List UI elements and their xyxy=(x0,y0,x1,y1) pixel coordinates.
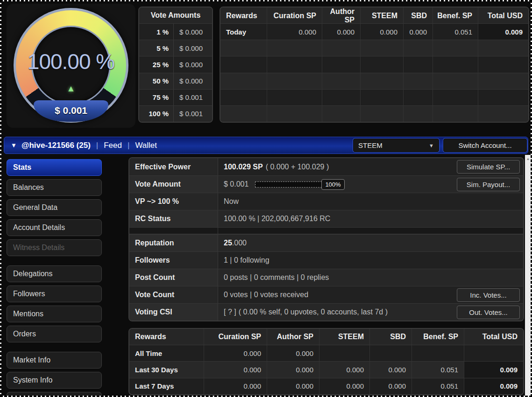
stat-row-voting-csi: Voting CSI [ ? ] ( 0.00 % self, 0 upvote… xyxy=(129,303,523,320)
effective-power-bold: 100.029 SP xyxy=(224,163,263,171)
col-header: STEEM xyxy=(319,329,370,345)
cell-benef-sp: 0.051 xyxy=(412,362,464,377)
table-row: All Time 0.000 0.000 xyxy=(129,345,523,361)
steemworld-dashboard: 100.00 % ▲ $ 0.001 Vote Amounts 1 % $ 0.… xyxy=(0,0,532,397)
stat-value: Now xyxy=(218,193,523,210)
stat-row-post-count: Post Count 0 posts | 0 comments | 0 repl… xyxy=(129,269,523,286)
col-header: SBD xyxy=(370,329,412,345)
stat-label: RC Status xyxy=(129,210,218,227)
sidebar-item-delegations[interactable]: Delegations xyxy=(7,265,102,282)
vote-percent: 100 % xyxy=(139,106,174,122)
sidebar-item-account-details[interactable]: Account Details xyxy=(7,219,102,236)
table-row-empty xyxy=(220,56,528,72)
cell-total-usd: 0.009 xyxy=(478,24,528,40)
rewards-today-table: Rewards Curation SP Author SP STEEM SBD … xyxy=(220,7,529,123)
currency-select[interactable]: STEEM ▼ xyxy=(353,139,439,152)
table-row: Last 30 Days 0.000 0.000 0.000 0.000 0.0… xyxy=(129,361,523,377)
scroll-up-icon[interactable]: ▲ xyxy=(525,157,531,161)
vote-amount-row: 75 % $ 0.001 xyxy=(139,89,212,105)
vote-percent: 5 % xyxy=(139,40,174,56)
vote-value: $ 0.000 xyxy=(174,56,212,72)
col-header: Benef. SP xyxy=(433,7,478,24)
vote-value: $ 0.001 xyxy=(174,106,212,122)
cell-sbd: 0.000 xyxy=(404,24,433,40)
vote-amount-row: 100 % $ 0.001 xyxy=(139,105,212,122)
sim-payout-button[interactable]: Sim. Payout... xyxy=(457,178,520,191)
table-row-empty xyxy=(220,40,528,56)
table-row-empty xyxy=(220,73,528,89)
stat-label: Effective Power xyxy=(129,158,218,175)
vote-weight-slider[interactable] xyxy=(255,181,324,188)
cell-author-sp: 0.000 xyxy=(267,362,319,377)
cell-steem: 0.000 xyxy=(319,362,370,377)
sidebar-item-followers[interactable]: Followers xyxy=(7,286,102,302)
stat-label: Vote Count xyxy=(129,286,218,303)
stat-label: Post Count xyxy=(129,269,218,286)
stat-value: 25 .000 xyxy=(218,235,523,251)
stat-label: Reputation xyxy=(129,235,218,251)
sidebar-item-balances[interactable]: Balances xyxy=(7,179,102,196)
simulate-sp-button[interactable]: Simulate SP... xyxy=(457,160,520,174)
stats-section-divider xyxy=(129,227,523,234)
vote-amount-row: 50 % $ 0.000 xyxy=(139,73,212,89)
vote-value: $ 0.001 xyxy=(174,90,212,105)
sidebar-item-stats[interactable]: Stats xyxy=(7,159,102,176)
vote-amounts-table: Vote Amounts 1 % $ 0.000 5 % $ 0.000 25 … xyxy=(138,7,213,123)
cell-sbd xyxy=(370,345,412,361)
csi-detail: ( 0.00 % self, 0 upvotes, 0 accounts, la… xyxy=(239,308,388,316)
col-header: Author SP xyxy=(322,7,361,24)
stat-row-vp-recharge: VP ~> 100 % Now xyxy=(129,193,523,210)
stat-label: Vote Amount xyxy=(129,176,218,193)
table-row-empty xyxy=(220,105,528,122)
vote-amount-value: $ 0.001 xyxy=(224,180,248,188)
cell-benef-sp: 0.051 xyxy=(433,24,478,40)
cell-steem: 0.000 xyxy=(361,24,404,40)
stat-label: Followers xyxy=(129,252,218,269)
stat-row-rc-status: RC Status 100.00 % | 202,000,667,916 RC xyxy=(129,210,523,227)
vote-value-band: $ 0.001 xyxy=(34,100,108,122)
csi-help-link[interactable]: [ ? ] xyxy=(224,308,236,316)
inc-votes-button[interactable]: Inc. Votes... xyxy=(457,288,520,302)
switch-account-button[interactable]: Switch Account... xyxy=(443,139,527,152)
col-header: Rewards xyxy=(129,329,204,345)
vote-amount-row: 25 % $ 0.000 xyxy=(139,56,212,72)
account-menu-caret-icon[interactable]: ▼ xyxy=(11,142,17,149)
stat-value: 1 | 0 following xyxy=(218,252,523,269)
stats-panel: Effective Power 100.029 SP ( 0.000 + 100… xyxy=(128,157,524,321)
col-header: STEEM xyxy=(361,7,404,24)
sidebar-item-partial[interactable] xyxy=(7,392,102,397)
account-name[interactable]: @hive-121566 (25) xyxy=(21,141,91,150)
stat-label: Voting CSI xyxy=(129,304,218,320)
row-label: Today xyxy=(220,24,267,40)
scrollbar[interactable]: ▲ xyxy=(525,155,531,397)
col-header: Total USD xyxy=(464,333,523,341)
sidebar-item-market-info[interactable]: Market Info xyxy=(7,352,102,369)
cell-benef-sp xyxy=(412,345,464,361)
vote-weight-slider-handle[interactable]: 100% xyxy=(321,179,344,190)
wallet-link[interactable]: Wallet xyxy=(135,141,157,150)
col-header: Benef. SP xyxy=(412,329,464,345)
sidebar-item-witness-details: Witness Details xyxy=(7,239,102,256)
stat-row-vote-count: Vote Count 0 votes | 0 votes received In… xyxy=(129,286,523,303)
feed-link[interactable]: Feed xyxy=(104,141,122,150)
cell-steem xyxy=(319,345,370,361)
stat-row-effective-power: Effective Power 100.029 SP ( 0.000 + 100… xyxy=(129,158,523,175)
effective-power-detail: ( 0.000 + 100.029 ) xyxy=(266,163,329,171)
vote-percent: 50 % xyxy=(139,73,174,89)
vote-value: $ 0.000 xyxy=(174,24,212,40)
sidebar-item-mentions[interactable]: Mentions xyxy=(7,306,102,322)
reputation-detail: .000 xyxy=(232,239,247,247)
out-votes-button[interactable]: Out. Votes... xyxy=(457,306,520,319)
separator: | xyxy=(96,141,98,150)
stat-value: 0 posts | 0 comments | 0 replies xyxy=(218,269,523,286)
sidebar-item-orders[interactable]: Orders xyxy=(7,326,102,342)
sidebar-item-general-data[interactable]: General Data xyxy=(7,199,102,216)
stat-row-followers: Followers 1 | 0 following xyxy=(129,251,523,269)
row-label: Last 30 Days xyxy=(129,362,204,377)
gauge-pointer-icon: ▲ xyxy=(14,84,128,94)
sidebar-item-system-info[interactable]: System Info xyxy=(7,372,102,389)
sidebar-group-gap xyxy=(7,259,102,265)
reputation-bold: 25 xyxy=(224,239,232,247)
cell-total-usd xyxy=(464,345,523,361)
voting-power-percent: 100.00 % xyxy=(14,49,128,74)
